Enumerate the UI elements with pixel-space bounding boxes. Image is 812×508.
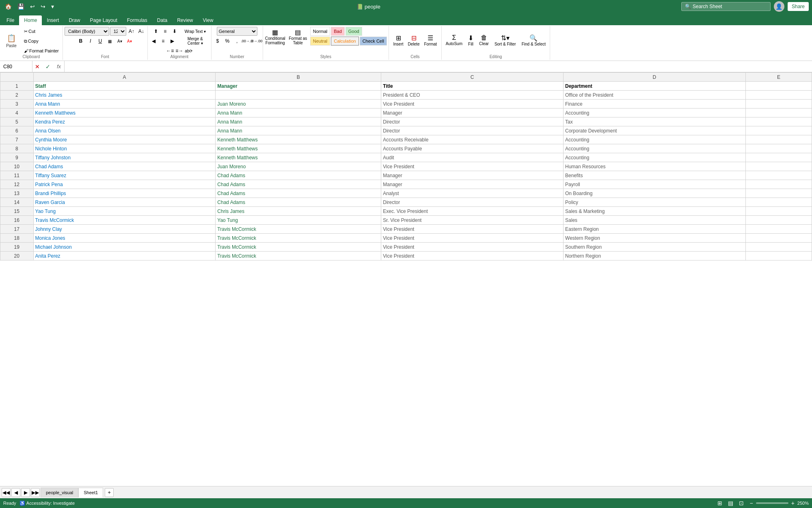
undo-btn[interactable]: ↩ [28,2,37,11]
cell-c[interactable]: Manager [381,171,564,180]
decrease-decimal-btn[interactable]: .00→.0 [242,37,251,46]
cell-b[interactable]: Juan Moreno [216,162,381,171]
cell-b[interactable]: Manager [216,82,381,91]
row-number[interactable]: 20 [0,252,34,261]
tab-file[interactable]: File [2,15,19,25]
share-button[interactable]: Share [788,2,809,11]
cell-c[interactable]: Sr. Vice President [381,216,564,225]
sheet-nav-prev[interactable]: ◀ [11,488,20,497]
row-number[interactable]: 5 [0,117,34,126]
cell-c[interactable]: Vice President [381,243,564,252]
currency-btn[interactable]: $ [213,37,222,46]
save-btn[interactable]: 💾 [16,2,26,11]
find-select-button[interactable]: 🔍 Find & Select [519,29,548,52]
sheet-nav-last[interactable]: ▶▶ [31,488,40,497]
bold-button[interactable]: B [76,37,85,46]
cell-a[interactable]: Yao Tung [33,207,216,216]
delete-cells-button[interactable]: ⊟ Delete [406,29,422,52]
decrease-indent-btn[interactable]: ←≡ [166,46,175,55]
cell-b[interactable]: Kenneth Matthews [216,144,381,153]
cell-a[interactable]: Brandi Phillips [33,189,216,198]
cell-c[interactable]: Title [381,82,564,91]
cell-e[interactable] [745,252,812,261]
format-cells-button[interactable]: ☰ Format [422,29,439,52]
cell-c[interactable]: Manager [381,109,564,117]
style-normal-btn[interactable]: Normal [310,27,330,36]
cell-d[interactable]: Sales & Marketing [564,207,746,216]
cell-b[interactable]: Travis McCormick [216,243,381,252]
fill-button[interactable]: ⬇ Fill [466,29,476,52]
cell-c[interactable]: Director [381,126,564,135]
clear-button[interactable]: 🗑 Clear [477,29,491,52]
cell-e[interactable] [745,198,812,207]
col-header-A[interactable]: A [33,73,216,82]
cell-c[interactable]: Accounts Payable [381,144,564,153]
number-format-select[interactable]: General [217,27,257,36]
formula-confirm-btn[interactable]: ✓ [42,63,54,71]
cell-c[interactable]: Accounts Receivable [381,135,564,144]
row-number[interactable]: 8 [0,144,34,153]
col-header-B[interactable]: B [216,73,381,82]
cell-e[interactable] [745,171,812,180]
cell-c[interactable]: Audit [381,153,564,162]
cell-e[interactable] [745,109,812,117]
sheet-tab-people-visual[interactable]: people_visual [41,488,78,497]
search-sheet-box[interactable]: 🔍 Search Sheet [681,2,771,11]
cell-c[interactable]: Manager [381,180,564,189]
italic-button[interactable]: I [86,37,95,46]
cell-d[interactable]: Finance [564,100,746,109]
wrap-text-button[interactable]: Wrap Text ▾ [183,27,207,36]
cell-b[interactable]: Anna Mann [216,117,381,126]
cell-c[interactable]: Director [381,198,564,207]
cell-d[interactable]: Western Region [564,234,746,243]
increase-font-btn[interactable]: A↑ [127,27,136,36]
cell-d[interactable]: Accounting [564,144,746,153]
border-button[interactable]: ▦ [106,37,114,46]
row-number[interactable]: 10 [0,162,34,171]
redo-btn[interactable]: ↪ [39,2,47,11]
tab-review[interactable]: Review [172,15,198,25]
row-number[interactable]: 1 [0,82,34,91]
cell-a[interactable]: Monica Jones [33,234,216,243]
cell-b[interactable]: Chad Adams [216,180,381,189]
cell-e[interactable] [745,82,812,91]
style-good-btn[interactable]: Good [346,27,362,36]
col-header-D[interactable]: D [564,73,746,82]
new-sheet-button[interactable]: + [105,488,114,497]
row-number[interactable]: 14 [0,198,34,207]
cell-a[interactable]: Kendra Perez [33,117,216,126]
cell-c[interactable]: President & CEO [381,91,564,100]
cell-c[interactable]: Vice President [381,100,564,109]
conditional-formatting-button[interactable]: ▦ Conditional Formatting [265,27,286,51]
cell-a[interactable]: Chris James [33,91,216,100]
row-number[interactable]: 11 [0,171,34,180]
cell-a[interactable]: Kenneth Matthews [33,109,216,117]
cell-b[interactable]: Anna Mann [216,126,381,135]
cell-a[interactable]: Nichole Hinton [33,144,216,153]
cell-d[interactable]: Payroll [564,180,746,189]
cell-e[interactable] [745,100,812,109]
cell-b[interactable]: Travis McCormick [216,252,381,261]
font-name-select[interactable]: Calibri (Body) [65,27,109,36]
fill-color-button[interactable]: A▾ [115,37,124,46]
page-layout-view-btn[interactable]: ▤ [727,500,734,506]
cell-b[interactable]: Yao Tung [216,216,381,225]
normal-view-btn[interactable]: ⊞ [716,500,723,506]
cell-d[interactable]: Benefits [564,171,746,180]
align-right-btn[interactable]: ▶ [168,37,177,46]
sheet-nav-next[interactable]: ▶ [21,488,30,497]
increase-decimal-btn[interactable]: .0→.00 [252,37,261,46]
sheet-tab-sheet1[interactable]: Sheet1 [78,488,103,497]
formula-input[interactable] [65,64,812,69]
cell-e[interactable] [745,180,812,189]
tab-insert[interactable]: Insert [42,15,64,25]
percent-btn[interactable]: % [223,37,232,46]
cell-e[interactable] [745,135,812,144]
align-top-btn[interactable]: ⬆ [151,27,160,36]
insert-cells-button[interactable]: ⊞ Insert [391,29,406,52]
cell-c[interactable]: Vice President [381,225,564,234]
cell-e[interactable] [745,162,812,171]
zoom-slider[interactable] [756,502,788,504]
tab-data[interactable]: Data [152,15,172,25]
cell-e[interactable] [745,153,812,162]
